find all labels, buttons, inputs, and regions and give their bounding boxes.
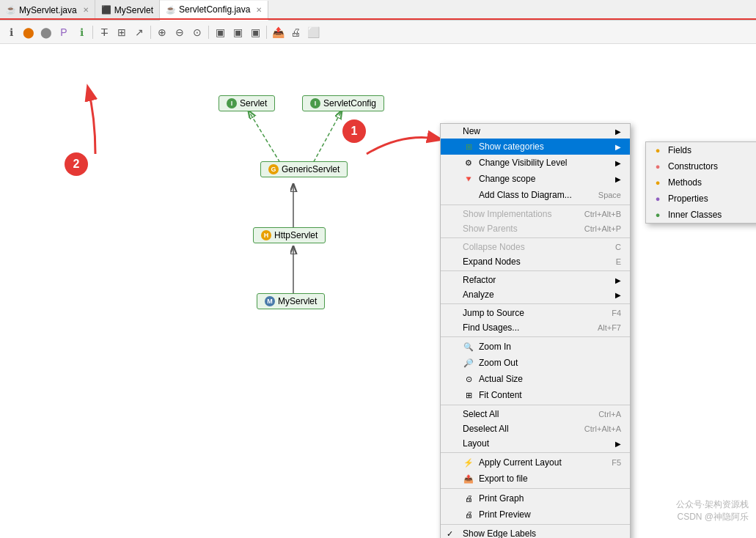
submenu-inner-classes[interactable]: ● Inner Classes [646,207,756,223]
tab-servletconfig-java[interactable]: ☕ ServletConfig.java ✕ [160,1,268,21]
toolbar-btn-print[interactable]: 🖨 [287,24,304,40]
menu-show-edge-labels[interactable]: ✓ Show Edge Labels [441,526,630,538]
menu-label-show-parents: Show Parents [463,224,518,234]
submenu-methods[interactable]: ● Methods [646,174,756,191]
menu-refactor[interactable]: Refactor ▶ [441,273,630,287]
menu-sep-8 [441,488,630,489]
menu-shortcut-expand-nodes: E [616,257,621,266]
menu-layout[interactable]: Layout ▶ [441,436,630,451]
node-icon-myservlet: M [265,296,275,306]
menu-label-fit-content: Fit Content [479,390,522,400]
toolbar-btn-layout[interactable]: ⊞ [114,24,130,40]
submenu-label-methods: Methods [668,177,702,188]
menu-export[interactable]: 📤 Export to file [441,471,630,487]
node-genericservlet[interactable]: G GenericServlet [260,161,348,177]
menu-label-export: Export to file [479,473,528,484]
toolbar-btn-export[interactable]: 📤 [270,24,286,40]
tab-java-icon-1: ☕ [6,5,16,15]
node-label-genericservlet: GenericServlet [282,164,340,174]
context-menu: New ▶ ⊞ Show categories ▶ ⚙ Change Visib… [440,123,631,538]
menu-print-preview[interactable]: 🖨 Print Preview [441,506,630,523]
menu-change-visibility[interactable]: ⚙ Change Visibility Level ▶ [441,155,630,171]
menu-label-analyze: Analyze [463,290,494,300]
tab-myservlet-java[interactable]: ☕ MyServlet.java ✕ [0,0,95,20]
toolbar-btn-fit1[interactable]: ▣ [212,24,228,40]
toolbar-btn-fit2[interactable]: ▣ [230,24,246,40]
toolbar-btn-filter[interactable]: T̶ [96,24,112,40]
menu-label-find-usages: Find Usages... [463,323,519,333]
main-area: I Servlet I ServletConfig G GenericServl… [0,44,756,538]
menu-apply-layout[interactable]: ⚡ Apply Current Layout F5 [441,454,630,471]
red-arrow-1 [359,125,447,161]
tab-bar: ☕ MyServlet.java ✕ ⬛ MyServlet ☕ Servlet… [0,0,756,21]
submenu-icon-inner-classes: ● [652,209,664,221]
menu-jump-to-source[interactable]: Jump to Source F4 [441,306,630,320]
menu-collapse-nodes[interactable]: Collapse Nodes C [441,240,630,254]
node-label-myservlet: MyServlet [278,296,317,306]
submenu-icon-properties: ● [652,193,664,204]
menu-arrow-analyze: ▶ [615,291,621,299]
toolbar-btn-info[interactable]: ℹ [3,24,19,40]
menu-zoom-out[interactable]: 🔎 Zoom Out [441,355,630,371]
submenu-constructors[interactable]: ● Constructors [646,158,756,174]
menu-icon-add-class [463,189,474,201]
toolbar-btn-m[interactable]: ⬤ [38,24,54,40]
menu-arrow-show-categories: ▶ [615,143,621,151]
submenu-fields[interactable]: ● Fields [646,142,756,158]
menu-find-usages[interactable]: Find Usages... Alt+F7 [441,320,630,335]
menu-fit-content[interactable]: ⊞ Fit Content [441,387,630,403]
tab-close-3[interactable]: ✕ [256,6,262,14]
node-httpservlet[interactable]: H HttpServlet [253,227,326,243]
menu-arrow-change-scope: ▶ [615,175,621,183]
canvas-area[interactable]: I Servlet I ServletConfig G GenericServl… [0,44,756,538]
menu-new[interactable]: New ▶ [441,124,630,139]
toolbar-btn-preview[interactable]: ⬜ [305,24,321,40]
menu-shortcut-find-usages: Alt+F7 [598,323,621,332]
toolbar-btn-actual[interactable]: ⊙ [189,24,205,40]
toolbar-sep-2 [150,26,151,39]
toolbar-btn-i2[interactable]: ℹ [73,24,89,40]
toolbar-btn-fit3[interactable]: ▣ [247,24,263,40]
menu-deselect-all[interactable]: Deselect All Ctrl+Alt+A [441,421,630,436]
menu-sep-7 [441,452,630,453]
menu-icon-fit-content: ⊞ [463,389,474,401]
menu-show-impl[interactable]: Show Implementations Ctrl+Alt+B [441,207,630,221]
submenu-label-constructors: Constructors [668,161,718,172]
tab-java-icon-2: ☕ [166,5,176,15]
diagram-svg [0,44,756,538]
node-myservlet[interactable]: M MyServlet [257,293,325,309]
menu-icon-zoom-in: 🔍 [463,341,474,353]
menu-select-all[interactable]: Select All Ctrl+A [441,407,630,421]
menu-label-deselect-all: Deselect All [463,424,509,434]
menu-analyze[interactable]: Analyze ▶ [441,287,630,302]
menu-actual-size[interactable]: ⊙ Actual Size [441,371,630,387]
menu-arrow-change-visibility: ▶ [615,159,621,167]
menu-show-categories[interactable]: ⊞ Show categories ▶ [441,139,630,155]
toolbar-btn-search[interactable]: ⬤ [21,24,37,40]
menu-show-parents[interactable]: Show Parents Ctrl+Alt+P [441,221,630,236]
menu-expand-nodes[interactable]: Expand Nodes E [441,254,630,269]
tab-close-1[interactable]: ✕ [83,6,89,14]
menu-print-graph[interactable]: 🖨 Print Graph [441,490,630,506]
menu-icon-zoom-out: 🔎 [463,357,474,369]
menu-label-show-edge-labels: Show Edge Labels [463,528,536,538]
node-servletconfig[interactable]: I ServletConfig [302,95,384,111]
menu-label-refactor: Refactor [463,275,496,285]
node-servlet[interactable]: I Servlet [219,95,275,111]
menu-change-scope[interactable]: 🔻 Change scope ▶ [441,171,630,187]
tab-diagram-icon: ⬛ [101,5,111,15]
toolbar-btn-arrow[interactable]: ↗ [131,24,147,40]
annotation-1: 1 [342,119,366,143]
toolbar-btn-zoomin[interactable]: ⊕ [154,24,170,40]
node-label-httpservlet: HttpServlet [274,230,318,240]
menu-label-actual-size: Actual Size [479,374,523,384]
menu-icon-change-visibility: ⚙ [463,157,474,169]
menu-zoom-in[interactable]: 🔍 Zoom In [441,339,630,355]
toolbar-btn-zoomout[interactable]: ⊖ [172,24,188,40]
toolbar-btn-p[interactable]: P [56,24,72,40]
menu-label-expand-nodes: Expand Nodes [463,257,521,267]
submenu-properties[interactable]: ● Properties [646,191,756,207]
tab-myservlet-diagram[interactable]: ⬛ MyServlet [95,0,160,20]
menu-shortcut-jump: F4 [612,309,621,317]
menu-add-class[interactable]: Add Class to Diagram... Space [441,187,630,203]
